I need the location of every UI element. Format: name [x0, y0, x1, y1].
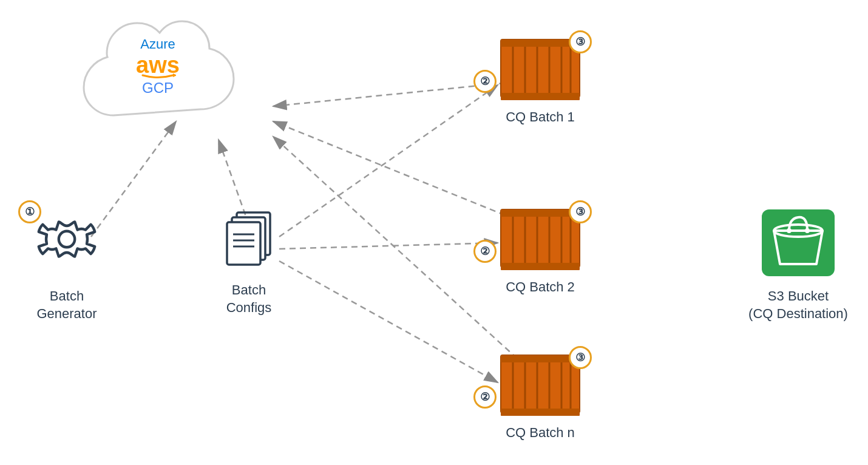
cq-batch-1-label: CQ Batch 1	[498, 109, 583, 125]
svg-marker-1	[173, 73, 176, 77]
batch-generator-label: BatchGenerator	[18, 288, 115, 322]
cq-batch-n: ③ ② CQ Batch n	[498, 352, 583, 441]
cq-batch-2-label: CQ Batch 2	[498, 279, 583, 295]
svg-rect-34	[501, 355, 580, 362]
gcp-label: GCP	[88, 80, 228, 97]
batch-configs-label: BatchConfigs	[200, 282, 297, 316]
step-3-badge-1: ③	[569, 30, 592, 53]
cloud-labels: Azure aws GCP	[88, 36, 228, 97]
s3-bucket-icon	[759, 206, 838, 279]
diagram-container: Azure aws GCP ① BatchGenerator	[0, 0, 868, 465]
svg-point-38	[787, 228, 792, 233]
svg-rect-16	[501, 39, 580, 47]
step-3-badge-2: ③	[569, 200, 592, 223]
cq-batch-n-label: CQ Batch n	[498, 425, 583, 441]
svg-rect-36	[762, 209, 835, 276]
svg-point-2	[59, 231, 75, 247]
step-3-badge-n: ③	[569, 346, 592, 369]
step-2-badge-1: ②	[473, 70, 497, 93]
s3-bucket-label: S3 Bucket(CQ Destination)	[747, 288, 850, 322]
step-2-badge-2: ②	[473, 240, 497, 263]
svg-point-39	[805, 228, 810, 233]
batch-generator: BatchGenerator	[18, 212, 115, 322]
arrow-configs-batch2	[279, 243, 498, 249]
s3-bucket: S3 Bucket(CQ Destination)	[747, 206, 850, 322]
svg-rect-17	[501, 93, 580, 100]
azure-label: Azure	[88, 36, 228, 52]
svg-rect-5	[227, 222, 260, 265]
step-2-badge-n: ②	[473, 385, 497, 409]
batch-configs: BatchConfigs	[200, 206, 297, 316]
svg-rect-25	[501, 209, 580, 217]
cq-batch-2: ③ ② CQ Batch 2	[498, 206, 583, 295]
document-stack-icon	[215, 206, 282, 273]
svg-rect-35	[501, 409, 580, 416]
arrow-configs-batchn	[279, 261, 498, 382]
cq-batch-1: ③ ② CQ Batch 1	[498, 36, 583, 125]
gear-icon	[33, 212, 100, 279]
arrow-configs-batch1	[279, 85, 498, 237]
svg-rect-26	[501, 263, 580, 270]
